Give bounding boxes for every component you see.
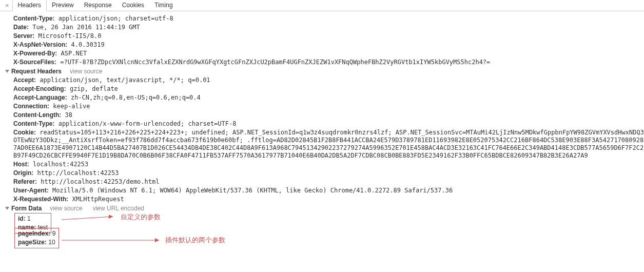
header-key: Host: <box>13 161 29 168</box>
header-row: Accept-Language: zh-CN,zh;q=0.8,en-US;q=… <box>13 93 644 102</box>
header-row: Connection: keep-alive <box>13 102 644 111</box>
header-value: http://localhost:42253/demo.html <box>41 178 159 185</box>
header-key: Referer: <box>13 178 37 185</box>
svg-marker-1 <box>109 215 113 219</box>
tab-timing[interactable]: Timing <box>149 0 178 11</box>
header-key: X-Requested-With: <box>13 196 68 203</box>
headers-panel: Content-Type: application/json; charset=… <box>0 11 644 251</box>
header-value: ASP.NET <box>61 50 87 57</box>
header-row: Accept: application/json, text/javascrip… <box>13 76 644 85</box>
form-data-title: Form Data <box>11 205 42 212</box>
request-headers-title: Request Headers <box>11 68 62 75</box>
header-row: Content-Length: 38 <box>13 111 644 120</box>
form-value: 9 <box>52 230 56 237</box>
header-key: Accept-Encoding: <box>13 85 66 92</box>
view-url-encoded-link[interactable]: view URL encoded <box>93 205 144 212</box>
header-key: User-Agent: <box>13 187 49 194</box>
svg-line-0 <box>62 217 113 220</box>
header-key: Date: <box>13 24 29 31</box>
header-value: Microsoft-IIS/8.0 <box>38 32 102 40</box>
header-row: Server: Microsoft-IIS/8.0 <box>13 32 644 41</box>
form-key: id: <box>18 215 26 222</box>
arrow-icon <box>62 237 164 244</box>
caret-down-icon[interactable] <box>5 70 9 73</box>
caret-down-icon[interactable] <box>5 207 9 210</box>
form-value: 1 <box>27 215 31 222</box>
header-row: Origin: http://localhost:42253 <box>13 169 644 178</box>
header-key: Content-Type: <box>13 120 54 127</box>
close-icon[interactable]: × <box>2 1 12 11</box>
header-key: X-Powered-By: <box>13 50 57 57</box>
header-value: XMLHttpRequest <box>72 196 124 203</box>
header-value: localhost:42253 <box>33 161 88 168</box>
request-headers-section: Request Headers view source <box>5 68 644 75</box>
header-key: Server: <box>13 32 34 40</box>
header-value: 4.0.30319 <box>71 41 105 48</box>
header-row: Date: Tue, 26 Jan 2016 11:44:19 GMT <box>13 23 644 32</box>
form-data-box-default: pageIndex: 9 pageSize: 10 <box>14 228 59 248</box>
arrow-icon <box>62 215 118 222</box>
request-headers-list: Accept: application/json, text/javascrip… <box>5 76 644 204</box>
header-value: Mozilla/5.0 (Windows NT 6.1; WOW64) Appl… <box>52 187 453 194</box>
tab-headers[interactable]: Headers <box>12 0 47 11</box>
header-key: Origin: <box>13 169 33 177</box>
form-row: id: 1 <box>18 215 48 223</box>
header-value: keep-alive <box>53 103 90 110</box>
header-value: http://localhost:42253 <box>37 169 119 177</box>
annotation-default: 插件默认的两个参数 <box>165 236 225 245</box>
header-key: Accept: <box>13 76 36 84</box>
header-row: User-Agent: Mozilla/5.0 (Windows NT 6.1;… <box>13 186 644 195</box>
header-key: Accept-Language: <box>13 94 67 101</box>
form-data-section: Form Data view source view URL encoded <box>5 205 644 212</box>
header-row: Cookie: readStatus=105+113+216+226+225+2… <box>13 128 644 160</box>
header-key: Cookie: <box>13 129 36 136</box>
header-row: X-SourceFiles: =?UTF-8?B?ZDpcVXNlcnNcc3V… <box>13 58 644 67</box>
header-key: Connection: <box>13 103 49 110</box>
header-value: =?UTF-8?B?ZDpcVXNlcnNcc3VfalxEZXNrdG9wXG… <box>60 59 490 66</box>
header-row: Referer: http://localhost:42253/demo.htm… <box>13 178 644 186</box>
tab-preview[interactable]: Preview <box>47 0 79 11</box>
tab-response[interactable]: Response <box>79 0 117 11</box>
response-headers-list: Content-Type: application/json; charset=… <box>5 14 644 67</box>
header-value: application/x-www-form-urlencoded; chars… <box>58 120 237 127</box>
header-row: Accept-Encoding: gzip, deflate <box>13 85 644 93</box>
view-source-link[interactable]: view source <box>70 68 102 75</box>
form-key: pageIndex: <box>18 230 50 237</box>
header-row: Host: localhost:42253 <box>13 160 644 169</box>
view-source-link[interactable]: view source <box>50 205 82 212</box>
header-row: X-Powered-By: ASP.NET <box>13 49 644 58</box>
header-value: 38 <box>65 111 72 119</box>
header-row: X-Requested-With: XMLHttpRequest <box>13 195 644 204</box>
header-value: readStatus=105+113+216+226+225+224+223+;… <box>13 129 644 159</box>
header-row: Content-Type: application/x-www-form-url… <box>13 120 644 128</box>
header-key: Content-Type: <box>13 15 54 22</box>
header-key: X-AspNet-Version: <box>13 41 67 48</box>
devtools-tabs: × Headers Preview Response Cookies Timin… <box>0 0 644 11</box>
header-value: Tue, 26 Jan 2016 11:44:19 GMT <box>32 24 140 31</box>
form-key: pageSize: <box>18 239 47 246</box>
header-row: Content-Type: application/json; charset=… <box>13 14 644 23</box>
header-value: application/json, text/javascript, */*; … <box>40 76 210 84</box>
header-key: Content-Length: <box>13 111 61 119</box>
form-data-area: id: 1 name: test pageIndex: 9 pageSize: … <box>5 213 644 248</box>
header-value: application/json; charset=utf-8 <box>58 15 173 22</box>
form-row: pageSize: 10 <box>18 238 55 247</box>
svg-marker-3 <box>155 238 159 242</box>
form-row: pageIndex: 9 <box>18 229 55 238</box>
annotation-custom: 自定义的参数 <box>121 212 161 222</box>
header-key: X-SourceFiles: <box>13 59 56 66</box>
header-value: zh-CN,zh;q=0.8,en-US;q=0.6,en;q=0.4 <box>71 94 201 101</box>
form-value: 10 <box>48 239 55 246</box>
tab-cookies[interactable]: Cookies <box>117 0 149 11</box>
header-row: X-AspNet-Version: 4.0.30319 <box>13 41 644 49</box>
header-value: gzip, deflate <box>70 85 118 92</box>
